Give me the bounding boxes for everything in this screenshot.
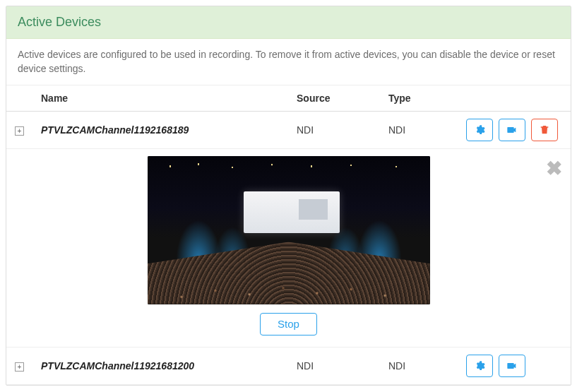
gear-icon	[474, 124, 485, 136]
device-name: PTVLZCAMChannel11921681200	[32, 347, 288, 384]
active-devices-panel: Active Devices Active devices are config…	[6, 6, 571, 386]
gear-icon	[474, 360, 485, 372]
settings-button[interactable]	[466, 355, 493, 377]
device-type: NDI	[380, 111, 458, 148]
delete-button[interactable]	[531, 119, 558, 141]
settings-button[interactable]	[466, 119, 493, 141]
stop-button[interactable]: Stop	[260, 313, 317, 335]
camera-icon	[506, 124, 518, 136]
device-name: PTVLZCAMChannel1192168189	[32, 111, 288, 148]
col-expand-header	[6, 85, 32, 112]
device-source: NDI	[288, 347, 380, 384]
expand-toggle-icon[interactable]: +	[15, 362, 24, 372]
col-source-header: Source	[288, 85, 380, 112]
panel-title: Active Devices	[6, 6, 571, 39]
panel-description: Active devices are configured to be used…	[6, 39, 571, 85]
devices-table: Name Source Type + PTVLZCAMChannel119216…	[6, 85, 571, 385]
table-row: + PTVLZCAMChannel1192168189 NDI NDI	[6, 111, 571, 148]
col-actions-header	[458, 85, 571, 112]
table-row: + PTVLZCAMChannel11921681200 NDI NDI	[6, 347, 571, 384]
preview-row: ✖ Stop	[6, 148, 571, 347]
camera-icon	[506, 360, 518, 372]
trash-icon	[539, 124, 550, 136]
device-source: NDI	[288, 111, 380, 148]
close-preview-button[interactable]: ✖	[546, 159, 562, 179]
device-preview-image	[148, 156, 430, 304]
close-icon: ✖	[546, 158, 562, 179]
camera-button[interactable]	[499, 355, 525, 377]
expand-toggle-icon[interactable]: +	[15, 126, 24, 136]
col-name-header: Name	[32, 85, 288, 112]
device-type: NDI	[380, 347, 458, 384]
camera-button[interactable]	[499, 119, 525, 141]
col-type-header: Type	[380, 85, 458, 112]
